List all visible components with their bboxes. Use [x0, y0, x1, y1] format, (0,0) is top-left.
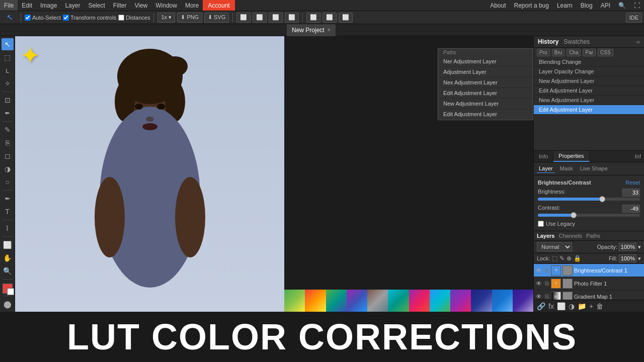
gradient-tool[interactable]: ◑ — [2, 163, 14, 175]
menu-learn[interactable]: Learn — [553, 2, 577, 9]
swatches-tab[interactable]: Swatches — [564, 38, 590, 45]
contrast-track[interactable] — [538, 214, 640, 217]
eraser-tool[interactable]: ◻ — [2, 150, 14, 162]
layer-subtab-layer[interactable]: Layer — [537, 164, 555, 173]
panel-label-pro[interactable]: Pro — [537, 49, 550, 56]
lut-swatch-10[interactable] — [471, 290, 492, 312]
history-item-0[interactable]: Blending Change — [534, 57, 644, 67]
contrast-input[interactable] — [622, 205, 640, 213]
layer-link-1[interactable]: ⛓ — [544, 281, 549, 286]
menu-account[interactable]: Account — [203, 0, 234, 11]
layers-tab[interactable]: Layers — [537, 233, 554, 239]
distances-checkbox[interactable]: Distances — [118, 15, 150, 21]
menu-about[interactable]: About — [486, 2, 510, 9]
lock-position-icon[interactable]: ⊕ — [567, 255, 572, 262]
crop-tool[interactable]: ⊡ — [2, 94, 14, 106]
fullscreen-icon[interactable]: ⛶ — [630, 2, 644, 9]
lut-swatch-7[interactable] — [409, 290, 430, 312]
png-export-btn[interactable]: ⬇ PNG — [177, 13, 202, 23]
lut-swatch-6[interactable] — [388, 290, 409, 312]
bc-reset-btn[interactable]: Reset — [625, 179, 640, 186]
paths-tab[interactable]: Paths — [586, 233, 600, 239]
history-item-3[interactable]: Edit Adjustment Layer — [534, 86, 644, 96]
menu-blog[interactable]: Blog — [577, 2, 597, 9]
transform-controls-checkbox[interactable]: Transform controls — [63, 15, 116, 21]
distribute-btn[interactable]: ⬜ — [285, 13, 299, 23]
link-layers-btn[interactable]: 🔗 — [537, 302, 545, 310]
lock-transparency-icon[interactable]: ⬚ — [552, 255, 557, 262]
fx-btn[interactable]: fx — [548, 302, 554, 310]
rect-shape-tool[interactable]: ⬜ — [2, 239, 14, 251]
align-center-btn[interactable]: ⬜ — [253, 13, 267, 23]
dodge-tool[interactable]: ○ — [2, 176, 14, 188]
fill-dropdown-icon[interactable]: ▾ — [638, 255, 641, 262]
channels-tab[interactable]: Channels — [558, 233, 582, 239]
zoom-level-btn[interactable]: 1x ▾ — [157, 13, 175, 23]
history-item-5[interactable]: Edit Adjustment Layer — [534, 105, 644, 115]
options-btn-3[interactable]: ⬜ — [339, 13, 353, 23]
menu-filter[interactable]: Filter — [109, 0, 131, 11]
brightness-track[interactable] — [538, 198, 640, 201]
hand-tool[interactable]: ✋ — [2, 252, 14, 264]
options-btn-1[interactable]: ⬜ — [306, 13, 320, 23]
add-mask-btn[interactable]: ⬜ — [557, 302, 566, 310]
history-dropdown-item-4[interactable]: New Adjustment Layer — [438, 99, 533, 109]
history-panel-collapse[interactable]: ‹‹ — [636, 39, 640, 45]
foreground-color[interactable] — [3, 284, 13, 294]
zoom-tool[interactable]: 🔍 — [2, 265, 14, 277]
layer-row-0[interactable]: 👁 ⛓ ☀ Brightness/Contrast 1 — [534, 264, 644, 277]
align-left-btn[interactable]: ⬜ — [236, 13, 251, 23]
menu-select[interactable]: Select — [84, 0, 109, 11]
move-tool[interactable]: ↖ — [2, 38, 14, 50]
panel-label-par[interactable]: Par — [583, 49, 596, 56]
magic-wand-tool[interactable]: ✧ — [2, 77, 14, 89]
history-item-2[interactable]: New Adjustment Layer — [534, 76, 644, 86]
align-right-btn[interactable]: ⬜ — [269, 13, 283, 23]
use-legacy-checkbox[interactable] — [538, 221, 544, 227]
layer-subtab-mask[interactable]: Mask — [558, 164, 575, 173]
panel-label-bru[interactable]: Bru — [552, 49, 565, 56]
fill-input[interactable] — [619, 254, 636, 262]
panel-toggle-btn[interactable]: IDE — [626, 13, 642, 23]
contrast-thumb[interactable] — [571, 212, 577, 218]
layer-subtab-live-shape[interactable]: Live Shape — [578, 164, 610, 173]
lasso-tool[interactable]: ʟ — [2, 64, 14, 76]
options-btn-2[interactable]: ⬜ — [323, 13, 337, 23]
delete-layer-btn[interactable]: 🗑 — [596, 302, 603, 310]
opacity-input[interactable] — [619, 243, 636, 251]
history-dropdown-item-2[interactable]: Nex Adjustment Layer — [438, 77, 533, 88]
brightness-input[interactable] — [622, 189, 640, 197]
menu-window[interactable]: Window — [151, 0, 181, 11]
brush-tool[interactable]: ✎ — [2, 124, 14, 136]
info-panel-right[interactable]: Inf — [632, 151, 644, 161]
svg-export-btn[interactable]: ⬇ SVG — [204, 13, 229, 23]
panel-label-css[interactable]: CSS — [598, 49, 613, 56]
lut-swatch-5[interactable] — [367, 290, 388, 312]
search-icon[interactable]: 🔍 — [614, 2, 630, 9]
layer-row-1[interactable]: 👁 ⛓ ☀ Photo Filter 1 — [534, 277, 644, 290]
history-dropdown-item-3[interactable]: Edit Adjustment Layer — [438, 88, 533, 99]
lut-swatch-3[interactable] — [326, 290, 347, 312]
eyedropper-tool[interactable]: ✒ — [2, 107, 14, 119]
history-tab[interactable]: History — [538, 38, 558, 45]
layer-link-2[interactable]: ⛓ — [544, 294, 549, 299]
smudge-tool[interactable]: ⌇ — [2, 222, 14, 234]
layer-row-2[interactable]: 👁 ⛓ ▤ Gradient Map 1 — [534, 290, 644, 300]
layer-visibility-2[interactable]: 👁 — [536, 293, 543, 300]
add-adjustment-btn[interactable]: ◑ — [569, 302, 575, 310]
menu-layer[interactable]: Layer — [61, 0, 84, 11]
lock-all-icon[interactable]: 🔒 — [574, 255, 581, 262]
menu-edit[interactable]: Edit — [18, 0, 36, 11]
history-item-4[interactable]: New Adjustment Layer — [534, 96, 644, 105]
history-dropdown-item-0[interactable]: Ner Adjustment Layer — [438, 56, 533, 67]
info-tab[interactable]: Info — [534, 151, 553, 161]
lut-swatch-1[interactable] — [284, 290, 305, 312]
history-item-1[interactable]: Layer Opacity Change — [534, 67, 644, 76]
blend-mode-select[interactable]: Normal — [537, 242, 572, 251]
menu-api[interactable]: API — [597, 2, 614, 9]
menu-view[interactable]: View — [130, 0, 151, 11]
properties-tab[interactable]: Properties — [553, 151, 589, 162]
mask-tool[interactable]: ⬤ — [2, 298, 14, 310]
menu-report-bug[interactable]: Report a bug — [510, 2, 553, 9]
marquee-tool[interactable]: ⬚ — [2, 51, 14, 63]
